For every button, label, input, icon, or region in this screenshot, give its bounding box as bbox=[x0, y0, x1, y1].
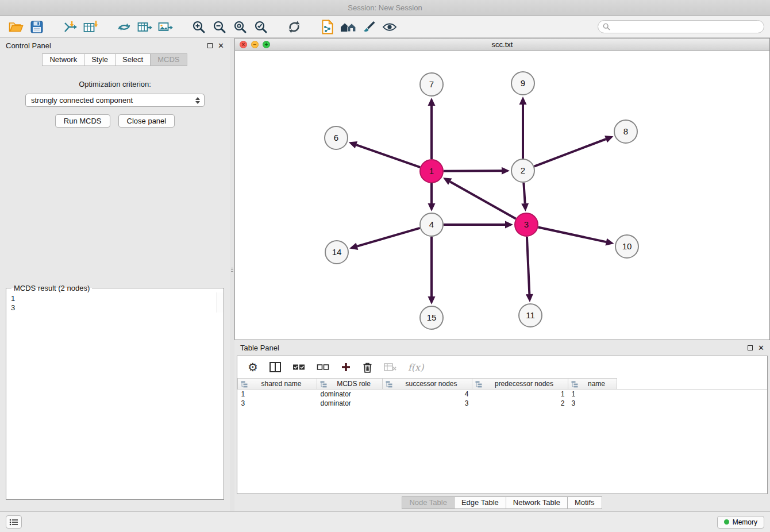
table-toolbar: ⚙ bbox=[237, 356, 767, 378]
memory-button[interactable]: Memory bbox=[717, 516, 764, 529]
delete-table-button[interactable] bbox=[384, 363, 396, 372]
mcds-result-line[interactable]: 3 bbox=[11, 303, 224, 313]
run-mcds-button[interactable]: Run MCDS bbox=[55, 114, 110, 128]
search-input[interactable] bbox=[613, 23, 759, 31]
splitter-grip[interactable] bbox=[231, 267, 233, 273]
table-cell[interactable]: 1 bbox=[472, 390, 568, 399]
home-button[interactable] bbox=[338, 17, 359, 37]
edge-1-6[interactable] bbox=[356, 145, 420, 167]
mcds-result-list[interactable]: 1 3 bbox=[11, 294, 224, 313]
float-table-panel-icon[interactable] bbox=[748, 345, 753, 350]
edge-3-11[interactable] bbox=[527, 237, 529, 294]
tab-motifs[interactable]: Motifs bbox=[567, 496, 602, 509]
edge-2-3[interactable] bbox=[523, 183, 525, 203]
tab-select[interactable]: Select bbox=[115, 53, 151, 66]
float-panel-icon[interactable] bbox=[207, 43, 213, 48]
table-settings-button[interactable]: ⚙ bbox=[248, 361, 258, 373]
import-table-button[interactable] bbox=[80, 17, 101, 37]
tab-edge-table[interactable]: Edge Table bbox=[454, 496, 506, 509]
tab-network-table[interactable]: Network Table bbox=[506, 496, 568, 509]
column-header-predecessor-nodes[interactable]: predecessor nodes bbox=[472, 379, 568, 390]
table-cell[interactable]: 1 bbox=[238, 390, 317, 399]
column-header-name[interactable]: name bbox=[568, 379, 617, 390]
result-scrollbar[interactable] bbox=[217, 292, 224, 313]
node-8[interactable]: 8 bbox=[614, 120, 637, 143]
close-window-button[interactable]: × bbox=[240, 41, 247, 48]
table-cell[interactable]: 3 bbox=[383, 399, 472, 408]
table-panel-header: Table Panel ✕ bbox=[234, 340, 770, 356]
zoom-fit-button[interactable] bbox=[230, 17, 251, 37]
tab-style[interactable]: Style bbox=[84, 53, 116, 66]
node-label: 8 bbox=[623, 126, 628, 136]
table-cell[interactable]: dominator bbox=[317, 390, 383, 399]
show-panels-button[interactable] bbox=[6, 515, 22, 529]
save-session-button[interactable] bbox=[26, 17, 47, 37]
close-panel-icon[interactable]: ✕ bbox=[218, 42, 224, 49]
tab-network[interactable]: Network bbox=[42, 53, 84, 66]
node-10[interactable]: 10 bbox=[615, 235, 638, 258]
table-cell[interactable]: 3 bbox=[238, 399, 317, 408]
window-title: Session: New Session bbox=[348, 3, 422, 12]
node-9[interactable]: 9 bbox=[511, 72, 534, 95]
column-header-mcds-role[interactable]: MCDS role bbox=[317, 379, 383, 390]
zoom-in-button[interactable] bbox=[188, 17, 209, 37]
edge-3-10[interactable] bbox=[538, 227, 606, 242]
gear-icon: ⚙ bbox=[248, 361, 258, 373]
open-session-button[interactable] bbox=[6, 17, 26, 37]
panel-splitter[interactable] bbox=[230, 38, 234, 511]
create-column-button[interactable] bbox=[341, 362, 351, 372]
table-cell[interactable]: 4 bbox=[383, 390, 472, 399]
table-row[interactable]: 3dominator323 bbox=[238, 399, 768, 408]
node-3[interactable]: 3 bbox=[515, 213, 538, 236]
node-11[interactable]: 11 bbox=[519, 304, 542, 327]
mcds-result-line[interactable]: 1 bbox=[11, 294, 224, 303]
export-table-button[interactable] bbox=[134, 17, 155, 37]
zoom-out-button[interactable] bbox=[209, 17, 230, 37]
table-cell[interactable]: 1 bbox=[568, 390, 617, 399]
network-graph[interactable]: 7968124314101511 bbox=[235, 51, 769, 340]
edge-arrowhead bbox=[526, 294, 533, 302]
search-box[interactable] bbox=[598, 20, 764, 33]
edge-3-1[interactable] bbox=[450, 182, 515, 219]
node-7[interactable]: 7 bbox=[420, 73, 443, 96]
close-panel-button[interactable]: Close panel bbox=[118, 114, 175, 128]
table-cell[interactable]: 3 bbox=[568, 399, 617, 408]
tab-node-table[interactable]: Node Table bbox=[402, 496, 455, 509]
node-2[interactable]: 2 bbox=[511, 159, 534, 182]
node-1[interactable]: 1 bbox=[420, 160, 443, 183]
table-cell[interactable]: 2 bbox=[472, 399, 568, 408]
function-builder-button[interactable]: f(x) bbox=[408, 362, 424, 373]
edge-2-8[interactable] bbox=[534, 139, 606, 166]
close-table-panel-icon[interactable]: ✕ bbox=[758, 344, 764, 352]
node-4[interactable]: 4 bbox=[420, 213, 443, 236]
table-cell[interactable]: dominator bbox=[317, 399, 383, 408]
node-14[interactable]: 14 bbox=[325, 241, 348, 264]
network-document-button[interactable] bbox=[317, 17, 338, 37]
apply-style-button[interactable] bbox=[359, 17, 379, 37]
unselect-all-columns-button[interactable] bbox=[317, 364, 329, 371]
import-network-button[interactable] bbox=[60, 17, 80, 37]
table-row[interactable]: 1dominator411 bbox=[238, 390, 768, 399]
delete-column-button[interactable] bbox=[363, 362, 372, 373]
select-all-columns-button[interactable] bbox=[292, 364, 305, 371]
column-header-successor-nodes[interactable]: successor nodes bbox=[383, 379, 472, 390]
criterion-dropdown[interactable]: strongly connected component bbox=[25, 94, 205, 107]
edge-4-14[interactable] bbox=[357, 228, 420, 246]
export-image-button[interactable] bbox=[155, 17, 176, 37]
maximize-window-button[interactable]: + bbox=[263, 41, 270, 48]
export-network-button[interactable] bbox=[114, 17, 134, 37]
column-header-shared-name[interactable]: shared name bbox=[238, 379, 317, 390]
tab-mcds[interactable]: MCDS bbox=[150, 53, 187, 66]
refresh-button[interactable] bbox=[284, 17, 305, 37]
edge-1-2[interactable] bbox=[444, 171, 502, 171]
show-columns-button[interactable] bbox=[270, 362, 281, 372]
style-brush-icon bbox=[362, 20, 376, 34]
node-15[interactable]: 15 bbox=[420, 306, 443, 329]
node-6[interactable]: 6 bbox=[325, 126, 348, 149]
zoom-out-icon bbox=[213, 20, 226, 34]
zoom-selected-button[interactable] bbox=[251, 17, 271, 37]
show-hide-button[interactable] bbox=[379, 17, 400, 37]
home-icon bbox=[340, 20, 357, 34]
network-canvas[interactable]: 7968124314101511 bbox=[235, 51, 769, 340]
minimize-window-button[interactable]: − bbox=[251, 41, 259, 48]
